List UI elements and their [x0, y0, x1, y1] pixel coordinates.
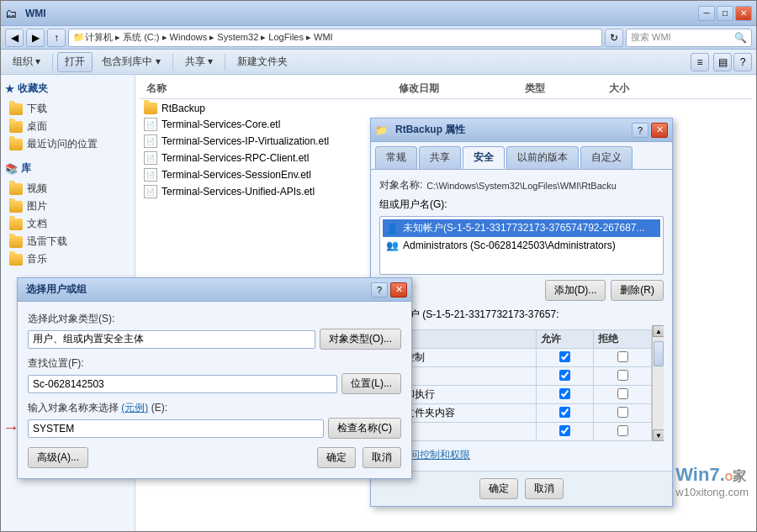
minimize-btn[interactable]: ─: [698, 6, 715, 21]
location-btn[interactable]: 位置(L)...: [341, 373, 401, 394]
library-icon: 📚: [5, 163, 18, 175]
file-name-cell: 📄 Terminal-Services-Core.etl: [144, 118, 396, 131]
dialog-close-btn[interactable]: ✕: [651, 123, 668, 138]
toolbar-sep-3: [225, 54, 225, 71]
scroll-up-btn[interactable]: ▲: [653, 325, 664, 337]
sidebar-item-docs[interactable]: 文档: [5, 215, 130, 233]
sidebar-item-recent[interactable]: 最近访问的位置: [5, 135, 130, 153]
organize-btn[interactable]: 组织 ▾: [5, 52, 48, 72]
select-user-title-text: 选择用户或组: [22, 282, 371, 297]
sidebar-item-download[interactable]: 下载: [5, 100, 130, 118]
perm-allow-checkbox[interactable]: [559, 370, 570, 381]
perm-deny-checkbox[interactable]: [617, 407, 628, 418]
col-date[interactable]: 修改日期: [392, 79, 518, 98]
select-cancel-btn[interactable]: 取消: [363, 447, 401, 468]
favorites-header[interactable]: ★ 收藏夹: [5, 82, 130, 96]
file-name-cell: 📄 Terminal-Services-IP-Virtualization.et…: [144, 134, 396, 148]
help-btn[interactable]: ?: [733, 53, 752, 71]
tab-security[interactable]: 安全: [463, 146, 505, 169]
address-bar[interactable]: 📁 计算机 ▸ 系统 (C:) ▸ Windows ▸ System32 ▸ L…: [68, 29, 602, 47]
share-btn[interactable]: 共享 ▾: [177, 52, 220, 72]
col-name[interactable]: 名称: [140, 79, 392, 98]
add-user-btn[interactable]: 添加(D)...: [545, 280, 606, 301]
user-list-item[interactable]: 👤 未知帐户(S-1-5-21-3317732173-376574792-267…: [383, 219, 660, 237]
close-btn[interactable]: ✕: [735, 6, 752, 21]
title-controls: ─ □ ✕: [698, 6, 752, 21]
remove-user-btn[interactable]: 删除(R): [611, 280, 664, 301]
perm-scrollbar: ▲ ▼: [652, 325, 664, 441]
perms-for-label: 未知帐户 (S-1-5-21-3317732173-37657:: [379, 308, 664, 322]
perm-deny-checkbox[interactable]: [617, 370, 628, 381]
restore-btn[interactable]: □: [717, 6, 733, 21]
tab-previous[interactable]: 以前的版本: [506, 146, 579, 169]
col-size[interactable]: 大小: [602, 79, 670, 98]
object-name-input[interactable]: [28, 419, 324, 438]
open-btn[interactable]: 打开: [57, 52, 93, 72]
user-list-item[interactable]: 👥 Administrators (Sc-0628142503\Administ…: [383, 237, 660, 254]
file-name-text: Terminal-Services-RPC-Client.etl: [161, 152, 309, 164]
refresh-btn[interactable]: ↻: [605, 29, 623, 47]
users-list[interactable]: 👤 未知帐户(S-1-5-21-3317732173-376574792-267…: [379, 216, 664, 275]
address-text: 计算机 ▸ 系统 (C:) ▸ Windows ▸ System32 ▸ Log…: [85, 31, 333, 44]
perm-deny-checkbox[interactable]: [617, 351, 628, 362]
sidebar-item-desktop[interactable]: 桌面: [5, 118, 130, 135]
example-link[interactable]: (元例): [121, 402, 148, 413]
file-name-text: Terminal-Services-SessionEnv.etl: [161, 169, 311, 181]
library-header[interactable]: 📚 库: [5, 161, 130, 176]
scrollbar-track: [653, 337, 664, 429]
perm-allow-checkbox[interactable]: [559, 407, 570, 418]
tab-bar: 常规 共享 安全 以前的版本 自定义: [371, 142, 672, 170]
sidebar-item-label: 视频: [27, 182, 47, 196]
perm-allow-cell: [536, 423, 594, 441]
select-footer: 高级(A)... 确定 取消: [28, 447, 401, 468]
perm-allow-checkbox[interactable]: [559, 388, 570, 399]
star-icon: ★: [5, 83, 14, 95]
file-name-cell: RtBackup: [144, 103, 396, 114]
watermark-line2: w10xitong.com: [675, 486, 749, 498]
file-name-cell: 📄 Terminal-Services-SessionEnv.etl: [144, 168, 396, 182]
tab-share[interactable]: 共享: [419, 146, 461, 169]
file-name-text: Terminal-Services-IP-Virtualization.etl: [161, 135, 329, 147]
file-row[interactable]: RtBackup: [140, 101, 752, 116]
sidebar-item-video[interactable]: 视频: [5, 180, 130, 198]
dialog-help-btn[interactable]: ?: [632, 123, 648, 138]
details-view-btn[interactable]: ▤: [713, 53, 732, 71]
input-row: → 检查名称(C): [28, 418, 401, 439]
new-folder-btn[interactable]: 新建文件夹: [230, 52, 295, 72]
forward-btn[interactable]: ▶: [26, 29, 45, 47]
folder-icon: [9, 254, 23, 266]
select-help-btn[interactable]: ?: [371, 282, 388, 298]
group-label: 组或用户名(G):: [379, 198, 664, 212]
col-type[interactable]: 类型: [518, 79, 602, 98]
perm-row: 读取和执行: [380, 386, 652, 404]
select-close-btn[interactable]: ✕: [390, 282, 407, 298]
input-label: 输入对象名称来选择 (元例) (E):: [28, 401, 401, 415]
perm-allow-checkbox[interactable]: [559, 425, 570, 436]
back-btn[interactable]: ◀: [5, 29, 24, 47]
sidebar-item-music[interactable]: 音乐: [5, 250, 130, 268]
object-type-btn[interactable]: 对象类型(O)...: [320, 329, 401, 350]
perm-deny-checkbox[interactable]: [617, 425, 628, 436]
scroll-down-btn[interactable]: ▼: [653, 429, 664, 441]
explorer-title-bar: 🗂 WMI ─ □ ✕: [1, 1, 756, 26]
file-name-text: Terminal-Services-Core.etl: [161, 119, 280, 130]
sidebar-item-pictures[interactable]: 图片: [5, 198, 130, 215]
file-name-cell: 📄 Terminal-Services-Unified-APIs.etl: [144, 185, 396, 198]
up-btn[interactable]: ↑: [47, 29, 66, 47]
sidebar-item-xunlei[interactable]: 迅雷下载: [5, 233, 130, 250]
toolbar: 组织 ▾ 打开 包含到库中 ▾ 共享 ▾ 新建文件夹 ≡ ▤ ?: [1, 50, 756, 75]
check-name-btn[interactable]: 检查名称(C): [328, 418, 401, 439]
perm-deny-checkbox[interactable]: [617, 388, 628, 399]
scrollbar-thumb[interactable]: [654, 341, 664, 366]
ok-cancel-group: 确定 取消: [317, 447, 401, 468]
search-box[interactable]: 搜索 WMI 🔍: [626, 29, 752, 47]
perm-allow-checkbox[interactable]: [559, 351, 570, 362]
include-btn[interactable]: 包含到库中 ▾: [94, 52, 167, 72]
view-options-btn[interactable]: ≡: [691, 53, 709, 71]
tab-custom[interactable]: 自定义: [580, 146, 633, 169]
select-ok-btn[interactable]: 确定: [317, 447, 356, 468]
advanced-btn[interactable]: 高级(A)...: [28, 447, 88, 468]
properties-cancel-btn[interactable]: 取消: [525, 478, 564, 499]
tab-general[interactable]: 常规: [375, 146, 417, 169]
properties-ok-btn[interactable]: 确定: [479, 478, 518, 499]
